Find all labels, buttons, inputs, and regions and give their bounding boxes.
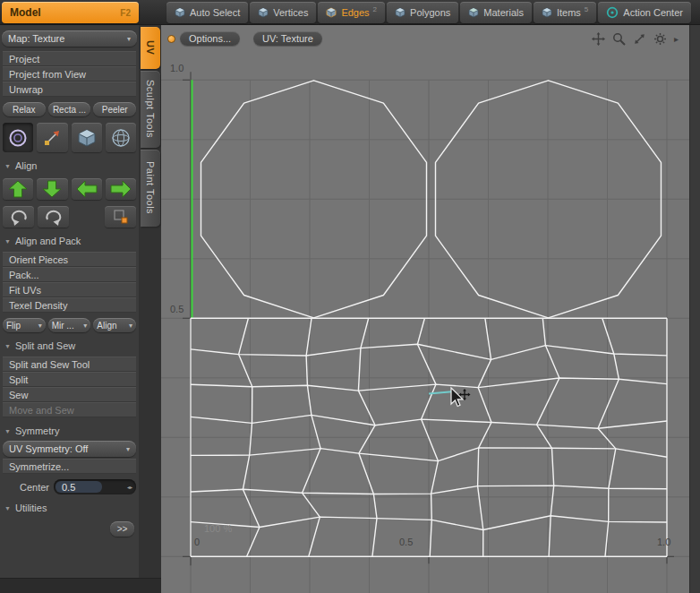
mirror-dropdown[interactable]: Mir ... ▾ — [48, 318, 91, 332]
align-up-button[interactable] — [3, 178, 33, 200]
split-button[interactable]: Split — [3, 372, 136, 387]
tab-label: Polygons — [410, 7, 450, 18]
align-left-button[interactable] — [72, 178, 102, 200]
chevron-down-icon: ▾ — [123, 445, 130, 453]
settings-gear-icon[interactable] — [653, 32, 667, 46]
uv-texture-button[interactable]: UV: Texture — [253, 31, 322, 46]
uv-transform-tool-button[interactable] — [37, 123, 67, 152]
map-selector-label: Map: Texture — [8, 33, 64, 44]
uv-cube-tool-button[interactable] — [72, 123, 102, 152]
cube-edges-icon — [326, 7, 337, 18]
section-label: Split and Sew — [15, 340, 75, 351]
tab-action-center[interactable]: Action Center — [598, 2, 691, 23]
tab-polygons[interactable]: Polygons — [387, 2, 458, 23]
caret-right-icon[interactable]: ▸ — [674, 32, 679, 46]
vtab-label: Sculpt Tools — [145, 80, 156, 138]
align-corner-icon — [112, 208, 130, 226]
tab-model[interactable]: Model F2 — [2, 2, 139, 23]
action-center-icon — [606, 6, 619, 19]
section-label: Utilities — [15, 503, 47, 513]
peeler-button[interactable]: Peeler — [93, 102, 136, 116]
tab-label: Materials — [483, 7, 524, 18]
pack-button[interactable]: Pack... — [3, 267, 136, 282]
tab-vertices[interactable]: Vertices — [250, 2, 316, 23]
symmetry-selector-label: UV Symmetry: Off — [9, 443, 88, 454]
tab-shortcut-badge: 5 — [585, 5, 588, 13]
cube-materials-icon — [468, 7, 479, 18]
tab-auto-select[interactable]: Auto Select — [166, 2, 248, 23]
section-label: Align and Pack — [15, 236, 81, 246]
tab-uv[interactable]: UV — [141, 27, 160, 69]
symmetrize-button[interactable]: Symmetrize... — [3, 459, 136, 474]
mode-tab-bar: Auto Select Vertices Edges 2 Polygons Ma… — [166, 2, 691, 23]
center-value-field[interactable]: 0.5 ◂▸ — [54, 479, 136, 494]
tab-edges[interactable]: Edges 2 — [318, 2, 385, 23]
tab-materials[interactable]: Materials — [460, 2, 532, 23]
cube-vertices-icon — [258, 7, 269, 18]
rotate-cw-icon — [43, 208, 64, 226]
collapse-triangle-icon: ▼ — [4, 343, 11, 349]
right-panel-edge[interactable] — [689, 25, 700, 593]
uv-viewport: Options... UV: Texture ▸ 1.0 0.5 0 0.5 1… — [161, 25, 689, 593]
green-arrow-up-icon — [6, 179, 30, 199]
tab-items[interactable]: Items 5 — [534, 2, 596, 23]
section-align-and-pack[interactable]: ▼ Align and Pack — [4, 235, 134, 247]
rotate-cw-button[interactable] — [38, 206, 69, 228]
uv-canvas[interactable] — [161, 25, 689, 593]
uv-symmetry-selector[interactable]: UV Symmetry: Off ▾ — [3, 441, 136, 457]
section-symmetry[interactable]: ▼ Symmetry — [4, 425, 134, 437]
uv-tool-buttons — [3, 123, 136, 152]
pan-icon[interactable] — [592, 32, 605, 46]
center-label: Center — [3, 482, 49, 493]
tab-label: Edges — [341, 7, 369, 18]
vertex-map-selector[interactable]: Map: Texture ▾ — [2, 30, 137, 47]
relax-button[interactable]: Relax — [3, 102, 46, 116]
align-down-button[interactable] — [37, 178, 67, 200]
uv-sphere-tool-button[interactable] — [106, 123, 136, 152]
relax-row: Relax Recta ... Peeler — [3, 102, 136, 116]
project-button[interactable]: Project — [3, 51, 136, 66]
side-tab-strip: UV Sculpt Tools Paint Tools — [139, 25, 161, 578]
tab-shortcut-badge: 2 — [373, 5, 377, 13]
viewport-menu-dot[interactable] — [167, 35, 175, 43]
move-and-sew-button[interactable]: Move and Sew — [3, 402, 136, 417]
green-arrow-right-icon — [109, 179, 132, 199]
rotate-ccw-button[interactable] — [3, 206, 34, 228]
project-from-view-button[interactable]: Project from View — [3, 66, 136, 82]
section-split-and-sew[interactable]: ▼ Split and Sew — [4, 339, 134, 352]
align-dropdown[interactable]: Align ▾ — [93, 318, 136, 332]
transform-dropdown-row: Flip ▾ Mir ... ▾ Align ▾ — [3, 318, 136, 332]
section-utilities[interactable]: ▼ Utilities — [4, 502, 134, 514]
split-and-sew-tool-button[interactable]: Split and Sew Tool — [3, 357, 136, 372]
unwrap-button[interactable]: Unwrap — [3, 82, 136, 97]
tab-paint-tools[interactable]: Paint Tools — [141, 150, 160, 227]
uv-projection-tool-button[interactable] — [3, 123, 33, 152]
maximize-icon[interactable] — [633, 32, 646, 46]
rectangle-button[interactable]: Recta ... — [48, 102, 91, 116]
fit-uvs-button[interactable]: Fit UVs — [3, 282, 136, 297]
top-bar: Model F2 Auto Select Vertices Edges 2 Po… — [0, 0, 700, 25]
cube-icon — [76, 127, 98, 149]
green-arrow-left-icon — [75, 179, 98, 199]
flip-dropdown[interactable]: Flip ▾ — [3, 318, 46, 332]
options-button[interactable]: Options... — [180, 31, 240, 46]
cube-items-icon — [542, 7, 552, 18]
tab-label: Vertices — [273, 7, 308, 18]
align-corner-button[interactable] — [105, 206, 136, 228]
expand-panel-button[interactable]: >> — [110, 521, 134, 537]
section-align[interactable]: ▼ Align — [4, 159, 134, 172]
model-tab-shortcut: F2 — [120, 8, 131, 18]
orient-pieces-button[interactable]: Orient Pieces — [3, 252, 136, 267]
sew-button[interactable]: Sew — [3, 387, 136, 402]
spinner-arrows-icon[interactable]: ◂▸ — [127, 484, 132, 490]
transform-gizmo-icon — [41, 127, 63, 149]
zoom-icon[interactable] — [612, 32, 626, 46]
panel-footer — [0, 578, 161, 593]
collapse-triangle-icon: ▼ — [4, 428, 11, 434]
tab-sculpt-tools[interactable]: Sculpt Tools — [141, 71, 160, 148]
collapse-triangle-icon: ▼ — [4, 238, 11, 245]
chevron-down-icon: ▾ — [125, 322, 132, 330]
modo-app: Model F2 Auto Select Vertices Edges 2 Po… — [0, 0, 700, 593]
align-right-button[interactable] — [106, 178, 136, 200]
texel-density-button[interactable]: Texel Density — [3, 297, 136, 313]
